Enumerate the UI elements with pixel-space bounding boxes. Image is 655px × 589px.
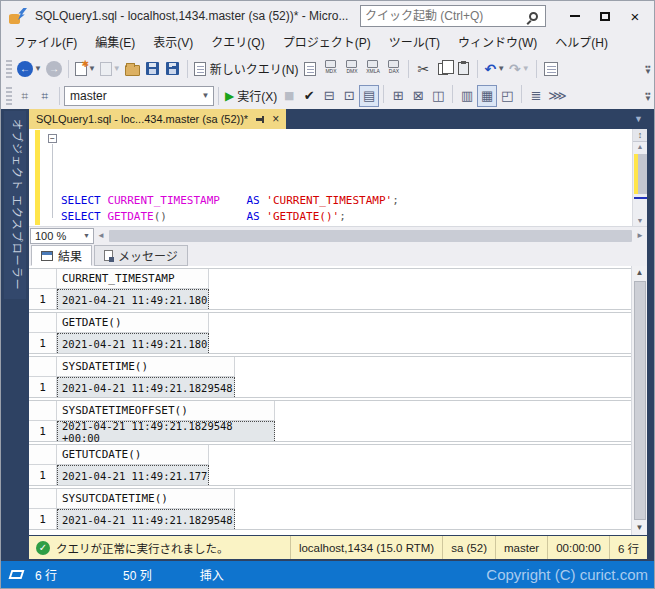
indent-button[interactable]: ⋙ <box>546 85 569 107</box>
zoom-combobox[interactable]: 100 % ▼ <box>30 228 94 244</box>
code-line-3[interactable]: SELECT SYSDATETIME() AS 'SYSDATETIME()'; <box>61 224 632 226</box>
toolbar-grip[interactable] <box>6 87 12 105</box>
toolbar-overflow-button[interactable]: ▪▪▼ <box>644 64 652 74</box>
database-combobox[interactable]: master ▼ <box>64 86 214 106</box>
pin-icon[interactable] <box>256 115 265 123</box>
results-to-text-button[interactable]: ▥ <box>457 85 477 107</box>
results-pane-button[interactable]: ▤ <box>359 85 379 107</box>
grid-corner-cell[interactable] <box>29 489 57 509</box>
save-all-button[interactable] <box>163 58 183 80</box>
menu-item-6[interactable]: ウィンドウ(W) <box>449 31 546 55</box>
scroll-up-icon[interactable]: ▲ <box>636 266 644 280</box>
grid-column-header[interactable]: SYSDATETIME() <box>57 357 235 377</box>
execute-button[interactable]: ▶ 実行(X) <box>223 85 279 107</box>
toolbar-grip[interactable] <box>6 60 12 78</box>
grid-cell-value[interactable]: 2021-04-21 11:49:21.180 <box>57 289 209 309</box>
copy-button[interactable] <box>433 58 453 80</box>
grid-cell-value[interactable]: 2021-04-21 11:49:21.1829548 +00:00 <box>57 421 275 441</box>
minimize-button[interactable] <box>560 5 590 27</box>
menu-item-7[interactable]: ヘルプ(H) <box>546 31 617 55</box>
grid-cell-value[interactable]: 2021-04-21 11:49:21.1829548 <box>57 377 235 397</box>
tab-results[interactable]: 結果 <box>31 245 92 266</box>
results-to-grid-button[interactable]: ▦ <box>477 85 497 107</box>
code-area[interactable]: − SELECT CURRENT_TIMESTAMP AS 'CURRENT_T… <box>45 129 632 226</box>
new-query-button[interactable]: 新しいクエリ(N) <box>192 58 301 80</box>
grid-row-number[interactable]: 1 <box>29 509 57 529</box>
cancel-executing-button[interactable]: ■ <box>279 85 299 107</box>
grid-column-header[interactable]: GETUTCDATE() <box>57 445 209 465</box>
scroll-thumb[interactable] <box>638 154 647 194</box>
grid-column-header[interactable]: GETDATE() <box>57 313 209 333</box>
code-line-1[interactable]: SELECT CURRENT_TIMESTAMP AS 'CURRENT_TIM… <box>61 193 632 209</box>
scroll-right-icon[interactable]: ► <box>633 231 647 240</box>
save-button[interactable] <box>143 58 163 80</box>
navigate-back-button[interactable]: ←▼ <box>15 58 44 80</box>
grid-cell-value[interactable]: 2021-04-21 11:49:21.1829548 <box>57 509 235 529</box>
results-vertical-scrollbar[interactable]: ▲ ▼ <box>631 266 647 535</box>
menu-item-1[interactable]: 編集(E) <box>86 31 144 55</box>
connect-button[interactable]: ⌗ <box>15 85 35 107</box>
grid-row-number[interactable]: 1 <box>29 333 57 353</box>
new-dax-query-button[interactable]: DAX <box>383 58 404 80</box>
change-connection-button[interactable]: ⌗ <box>35 85 55 107</box>
grid-cell-value[interactable]: 2021-04-21 11:49:21.177 <box>57 465 209 485</box>
scroll-up-icon[interactable]: ▲ <box>637 142 644 152</box>
open-file-button[interactable] <box>123 58 143 80</box>
grid-column-header[interactable]: SYSDATETIMEOFFSET() <box>57 401 275 421</box>
tab-list-chevron-icon[interactable]: ▼ <box>634 114 643 124</box>
specify-template-values-button[interactable]: ⊞ <box>388 85 408 107</box>
toolbar-overflow-button[interactable]: ▪▪▼ <box>644 91 652 101</box>
menu-item-3[interactable]: クエリ(Q) <box>202 31 273 55</box>
scroll-track[interactable] <box>633 152 647 216</box>
quick-launch-box[interactable] <box>360 5 546 27</box>
code-line-2[interactable]: SELECT GETDATE() AS 'GETDATE()'; <box>61 209 632 225</box>
comment-button[interactable]: ≣ <box>526 85 546 107</box>
undo-button[interactable]: ↶▼ <box>482 58 507 80</box>
tab-close-icon[interactable]: × <box>272 113 279 125</box>
grid-column-header[interactable]: CURRENT_TIMESTAMP <box>57 269 209 289</box>
new-file-button[interactable]: ✱▼ <box>73 58 98 80</box>
grid-corner-cell[interactable] <box>29 357 57 377</box>
results-to-file-button[interactable]: ◰ <box>497 85 517 107</box>
scroll-thumb[interactable] <box>634 281 646 520</box>
parse-button[interactable]: ✔ <box>299 85 319 107</box>
grid-corner-cell[interactable] <box>29 313 57 333</box>
include-actual-plan-button[interactable]: ⊠ <box>408 85 428 107</box>
document-tab[interactable]: SQLQuery1.sql - loc...434.master (sa (52… <box>29 109 286 129</box>
sql-editor[interactable]: − SELECT CURRENT_TIMESTAMP AS 'CURRENT_T… <box>29 129 647 226</box>
grid-row-number[interactable]: 1 <box>29 421 57 441</box>
grid-row-number[interactable]: 1 <box>29 289 57 309</box>
menu-item-5[interactable]: ツール(T) <box>380 31 449 55</box>
hscroll-thumb[interactable] <box>109 230 632 242</box>
grid-column-header[interactable]: SYSUTCDATETIME() <box>57 489 235 509</box>
tab-messages[interactable]: メッセージ <box>94 245 188 266</box>
navigate-forward-button[interactable]: → <box>44 58 64 80</box>
scroll-left-icon[interactable]: ◄ <box>94 231 108 240</box>
grid-corner-cell[interactable] <box>29 269 57 289</box>
maximize-button[interactable] <box>590 5 620 27</box>
activity-monitor-button[interactable] <box>541 58 561 80</box>
add-item-button[interactable]: ▼ <box>98 58 123 80</box>
grid-row-number[interactable]: 1 <box>29 465 57 485</box>
splitter-handle[interactable]: ↕ <box>633 129 647 142</box>
live-query-statistics-button[interactable]: ◫ <box>428 85 448 107</box>
redo-button[interactable]: ↷▼ <box>507 58 532 80</box>
close-button[interactable]: × <box>620 5 650 27</box>
new-mdx-query-button[interactable]: MDX <box>320 58 341 80</box>
grid-cell-value[interactable]: 2021-04-21 11:49:21.180 <box>57 333 209 353</box>
new-xmla-query-button[interactable]: XMLA <box>362 58 383 80</box>
editor-vertical-scrollbar[interactable]: ↕ ▲ ▼ <box>632 129 647 226</box>
cut-button[interactable]: ✂ <box>413 58 433 80</box>
paste-button[interactable] <box>453 58 473 80</box>
grid-corner-cell[interactable] <box>29 445 57 465</box>
query-options-button[interactable]: ⊡ <box>339 85 359 107</box>
quick-launch-input[interactable] <box>365 9 529 23</box>
scroll-down-icon[interactable]: ▼ <box>637 216 644 226</box>
grid-corner-cell[interactable] <box>29 401 57 421</box>
grid-row-number[interactable]: 1 <box>29 377 57 397</box>
menu-item-0[interactable]: ファイル(F) <box>5 31 86 55</box>
new-dmx-query-button[interactable]: DMX <box>341 58 362 80</box>
object-explorer-tab[interactable]: オブジェクト エクスプローラー <box>4 111 26 299</box>
scroll-down-icon[interactable]: ▼ <box>636 521 644 535</box>
menu-item-2[interactable]: 表示(V) <box>144 31 202 55</box>
